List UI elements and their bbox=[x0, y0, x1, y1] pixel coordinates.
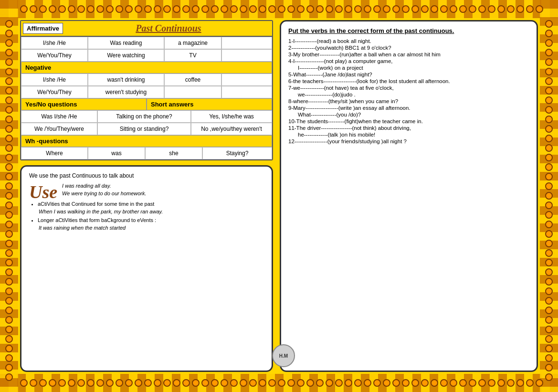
yesno-sub-1: Was I/she /He bbox=[21, 110, 97, 123]
neg-verb-1: wasn't drinking bbox=[88, 74, 164, 86]
exercise-title: Put the verbs in the correct form of the… bbox=[288, 27, 529, 34]
past-continuous-title: Past Continuous bbox=[65, 21, 272, 36]
neg-sub-2: We/You/They bbox=[21, 86, 88, 98]
neg-verb-2: weren't studying bbox=[88, 86, 164, 98]
neg-extra-1 bbox=[221, 74, 272, 86]
right-dots: (function(){ const cont = document.curre… bbox=[544, 20, 554, 372]
wh-verb: Staying? bbox=[202, 147, 272, 159]
title-row: Affirmative Past Continuous bbox=[21, 21, 272, 37]
hm-badge: H.M bbox=[272, 344, 295, 367]
ex-item-4: I----------(work) on a project bbox=[298, 65, 529, 71]
neg-obj-1: coffee bbox=[164, 74, 221, 86]
left-panel: Affirmative Past Continuous I/she /He Wa… bbox=[20, 20, 273, 372]
affirmative-grid: I/she /He Was reading a magazine We/You/… bbox=[21, 37, 272, 62]
yesno-sub-2: We /You/They/were bbox=[21, 123, 97, 135]
wh-grid: Where was she Staying? bbox=[21, 147, 272, 159]
use-example-2b: It was raining when the match started bbox=[39, 225, 264, 231]
use-example-1b: We were trying to do our homework. bbox=[62, 191, 264, 196]
wh-word: Where bbox=[21, 147, 88, 159]
yesno-ans-1: Yes, I/she/he was bbox=[191, 110, 272, 123]
ex-item-7: 7-we-------------(not have) tea at five … bbox=[288, 85, 529, 91]
grammar-table: Affirmative Past Continuous I/she /He Wa… bbox=[20, 20, 273, 160]
short-answers-label: Short answers bbox=[147, 98, 272, 110]
bottom-dots: (function(){ const cont = document.curre… bbox=[20, 378, 538, 388]
use-example-1a: I was reading all day. bbox=[62, 183, 264, 189]
right-panel: Put the verbs in the correct form of the… bbox=[280, 20, 538, 372]
ex-item-8: we---------------(do)judo . bbox=[298, 92, 529, 97]
ex-item-5: 5-What---------(Jane /do)last night? bbox=[288, 72, 529, 77]
top-dots: (function(){ const cont = document.curre… bbox=[20, 4, 538, 14]
ex-item-13: 11-The driver-----------------(not think… bbox=[288, 125, 529, 131]
ex-item-15: 12------------------(your friends/studyi… bbox=[288, 138, 529, 144]
ex-item-11: What--------------(you /do)? bbox=[298, 112, 529, 117]
ex-item-0: 1-I------------(read) a book all night. bbox=[288, 38, 529, 44]
use-bullet-2: Longer aCtiVities that form baCkground t… bbox=[38, 217, 264, 223]
ex-item-12: 10-The students---------(fight)when the … bbox=[288, 118, 529, 124]
use-bullets-2: Longer aCtiVities that form baCkground t… bbox=[38, 217, 264, 223]
ex-item-1: 2-------------(you/watch) BBC1 at 9 o'cl… bbox=[288, 45, 529, 51]
ex-item-9: 8-where-----------(they/sit )when you ca… bbox=[288, 98, 529, 104]
use-bullet-1: aCtiVities that Continued for some time … bbox=[38, 201, 264, 207]
negative-grid: I/she /He wasn't drinking coffee We/You/… bbox=[21, 74, 272, 98]
ex-item-3: 4-I----------------(not play) a computer… bbox=[288, 58, 529, 64]
yesno-label: Yes/No questions bbox=[21, 98, 147, 110]
aff-obj-2: TV bbox=[164, 49, 221, 62]
yesno-grid: Was I/she /He Talking on the phone? Yes,… bbox=[21, 110, 272, 135]
ex-item-14: he-------------(talk )on his mobile! bbox=[298, 132, 529, 138]
neg-extra-2 bbox=[221, 86, 272, 98]
aff-obj-1: a magazine bbox=[164, 37, 221, 49]
aff-sub-1: I/she /He bbox=[21, 37, 88, 49]
main-content: Affirmative Past Continuous I/she /He Wa… bbox=[20, 20, 538, 372]
left-dots: (function(){ const cont = document.curre… bbox=[4, 20, 14, 372]
aff-extra-2 bbox=[221, 49, 272, 62]
yesno-ans-2: No ,we/you/they weren't bbox=[191, 123, 272, 135]
use-intro: We use the past Continuous to talk about bbox=[29, 172, 264, 179]
neg-obj-2 bbox=[164, 86, 221, 98]
use-box: We use the past Continuous to talk about… bbox=[20, 165, 273, 372]
yesno-header-row: Yes/No questions Short answers bbox=[21, 98, 272, 110]
aff-verb-1: Was reading bbox=[88, 37, 164, 49]
negative-label: Negative bbox=[21, 62, 272, 74]
aff-sub-2: We/You/They bbox=[21, 49, 88, 62]
wh-label: Wh -questions bbox=[21, 135, 272, 147]
wh-aux: was bbox=[88, 147, 145, 159]
use-example-2a: When I was walking in the park, my broth… bbox=[39, 209, 264, 214]
ex-item-2: 3-My brother-----------(run)after a ball… bbox=[288, 52, 529, 57]
use-label: Use bbox=[29, 183, 57, 201]
use-bullets: aCtiVities that Continued for some time … bbox=[38, 201, 264, 207]
wh-subject: she bbox=[145, 147, 202, 159]
ex-item-6: 6-the teachers------------------(look fo… bbox=[288, 78, 529, 84]
yesno-verb-2: Sitting or standing? bbox=[97, 123, 191, 135]
exercise-list: 1-I------------(read) a book all night. … bbox=[288, 38, 529, 144]
neg-sub-1: I/she /He bbox=[21, 74, 88, 86]
aff-extra-1 bbox=[221, 37, 272, 49]
yesno-verb-1: Talking on the phone? bbox=[97, 110, 191, 123]
aff-verb-2: Were watching bbox=[88, 49, 164, 62]
affirmative-label: Affirmative bbox=[23, 23, 63, 34]
ex-item-10: 9-Mary------------------(write )an essay… bbox=[288, 105, 529, 111]
